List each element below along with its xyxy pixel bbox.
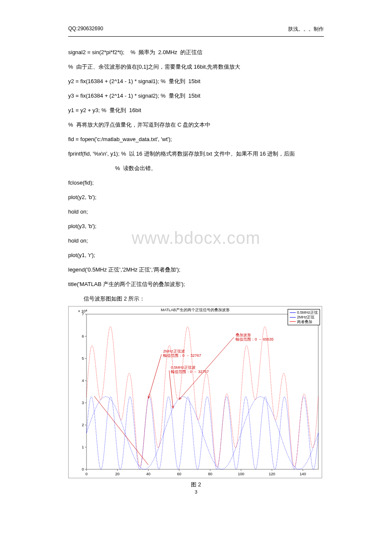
legend-label: 0.5MHz正弦 bbox=[297, 310, 318, 315]
code-line: % 由于正、余弦波形的值在[0,1]之间，需要量化成 16bit,先将数值放大 bbox=[68, 61, 324, 72]
chart-svg: 02040608010012014001234567 bbox=[69, 306, 323, 479]
code-line: % 读数会出错。 bbox=[115, 163, 324, 174]
svg-text:20: 20 bbox=[115, 472, 120, 476]
chart-legend: 0.5MHz正弦 2MHz正弦 两者叠加 bbox=[288, 309, 320, 325]
header-left: QQ:290632690 bbox=[68, 26, 103, 33]
svg-text:1: 1 bbox=[82, 445, 84, 449]
code-line: fid = fopen('c:/matlab_wave_data.txt', '… bbox=[68, 134, 324, 145]
svg-text:4: 4 bbox=[82, 379, 84, 383]
chart-annotation: 叠加波形幅值范围：0 － 65535 bbox=[236, 333, 274, 342]
code-line: y2 = fix(16384 + (2^14 - 1) * signal1); … bbox=[68, 76, 324, 87]
legend-swatch bbox=[290, 312, 296, 313]
svg-text:60: 60 bbox=[177, 472, 182, 476]
chart-title: MATLAB产生的两个正弦信号的叠加波形 bbox=[69, 307, 322, 313]
chart-figure: MATLAB产生的两个正弦信号的叠加波形 × 10⁴ 0204060801001… bbox=[68, 306, 322, 478]
svg-text:0: 0 bbox=[85, 472, 87, 476]
header-divider bbox=[68, 36, 324, 37]
chart-annotation: 0.5MHz正弦波幅值范围：0 － 32767 bbox=[171, 365, 209, 374]
code-line: y1 = y2 + y3; % 量化到 16bit bbox=[68, 105, 324, 116]
code-line: signal2 = sin(2*pi*f2*t); % 频率为 2.0MHz 的… bbox=[68, 47, 324, 58]
svg-text:0: 0 bbox=[82, 467, 84, 471]
code-line: title('MATLAB 产生的两个正弦信号的叠加波形'); bbox=[68, 279, 324, 290]
legend-row: 两者叠加 bbox=[290, 320, 318, 324]
svg-line-42 bbox=[94, 396, 148, 465]
legend-swatch bbox=[290, 317, 296, 318]
figure-caption: 图 2 bbox=[68, 481, 324, 489]
code-line: plot(y2, 'b'); bbox=[68, 192, 324, 203]
y-exponent: × 10⁴ bbox=[78, 309, 87, 313]
svg-text:140: 140 bbox=[300, 472, 306, 476]
watermark: www.bdocx.com bbox=[0, 228, 392, 248]
code-line: fprintf(fid, '%x\n', y1); % 以 16 进制的格式将数… bbox=[68, 148, 324, 159]
page-number: 3 bbox=[68, 489, 324, 494]
svg-line-36 bbox=[148, 354, 161, 399]
svg-line-39 bbox=[169, 370, 173, 408]
svg-text:40: 40 bbox=[146, 472, 150, 476]
svg-text:2: 2 bbox=[82, 423, 84, 427]
svg-line-41 bbox=[173, 406, 174, 408]
code-line: plot(y1, 'r'); bbox=[68, 250, 324, 261]
code-line: hold on; bbox=[68, 206, 324, 217]
caption-intro: 信号波形图如图 2 所示： bbox=[84, 293, 324, 304]
header-right: 肤浅。。。制作 bbox=[288, 26, 324, 33]
legend-row: 2MHz正弦 bbox=[290, 315, 318, 320]
page-header: QQ:290632690 肤浅。。。制作 bbox=[68, 26, 324, 33]
code-line: legend('0.5MHz 正弦','2MHz 正弦','两者叠加'); bbox=[68, 264, 324, 275]
legend-label: 两者叠加 bbox=[297, 320, 312, 324]
svg-line-37 bbox=[148, 396, 148, 399]
svg-text:5: 5 bbox=[82, 356, 84, 361]
svg-text:100: 100 bbox=[238, 472, 244, 476]
code-line: % 再将放大的浮点值量化，并写道到存放在 C 盘的文本中 bbox=[68, 119, 324, 130]
legend-row: 0.5MHz正弦 bbox=[290, 310, 318, 315]
svg-rect-0 bbox=[86, 314, 318, 469]
code-line: y3 = fix(16384 + (2^14 - 1) * signal2); … bbox=[68, 90, 324, 101]
code-line: fclose(fid); bbox=[68, 177, 324, 188]
svg-text:3: 3 bbox=[82, 401, 84, 405]
svg-text:80: 80 bbox=[208, 472, 212, 476]
svg-text:120: 120 bbox=[269, 472, 275, 476]
legend-label: 2MHz正弦 bbox=[297, 315, 315, 320]
page: QQ:290632690 肤浅。。。制作 signal2 = sin(2*pi*… bbox=[0, 0, 392, 507]
legend-swatch bbox=[290, 321, 296, 322]
svg-text:6: 6 bbox=[82, 334, 84, 338]
chart-annotation: 2MHz正弦波幅值范围：0 － 32767 bbox=[163, 349, 201, 358]
